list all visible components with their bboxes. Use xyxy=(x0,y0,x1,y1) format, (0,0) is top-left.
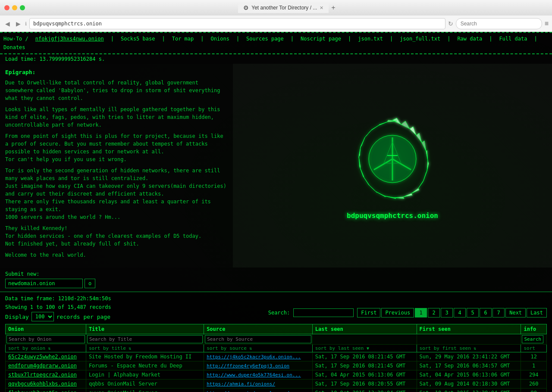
nav-sep4: | xyxy=(233,34,243,43)
nav-raw[interactable]: Raw data xyxy=(454,34,486,43)
onion-link[interactable]: stbux7lrtpegcra2.onion xyxy=(8,372,77,378)
previous-page-button[interactable]: Previous xyxy=(381,308,414,317)
cell-first-seen: Sat, 10 Oct 2015 13:29:04 GMT xyxy=(417,389,521,392)
nav-tormap[interactable]: Tor map xyxy=(169,34,198,43)
back-button[interactable]: ◀ xyxy=(3,19,12,29)
traffic-lights xyxy=(4,5,25,10)
page-6-button[interactable]: 6 xyxy=(480,308,492,317)
nav-howto-link[interactable]: nfokjgfj3hxs4nwu.onion xyxy=(32,34,107,43)
nav-sep10: | xyxy=(530,34,540,43)
maximize-button[interactable] xyxy=(20,5,25,10)
page-5-button[interactable]: 5 xyxy=(467,308,479,317)
cell-first-seen: Sat, 09 Aug 2014 02:18:30 GMT xyxy=(417,380,521,389)
nav-sep2: | xyxy=(158,34,168,43)
col-first-seen[interactable]: First seen xyxy=(417,324,521,334)
source-link[interactable]: http://ffzone4ry6efpqj3.onion xyxy=(207,363,289,369)
tab-close-icon[interactable]: ✕ xyxy=(320,5,323,11)
sort-first-seen-arrows: ⇅ xyxy=(474,346,476,351)
cell-source: https://j4ko5c2kacr3pu6x.onion... xyxy=(204,352,313,361)
cell-last-seen: Sat, 17 Sep 2016 08:21:45 GMT xyxy=(312,361,417,370)
right-panel: bdpuqvsqmphctrcs.onion xyxy=(233,64,552,268)
page-3-button[interactable]: 3 xyxy=(441,308,453,317)
source-link[interactable]: http://www.duper4o5k7764esi.on... xyxy=(207,372,301,378)
epigraph-content: Due to Orwell-like total control of real… xyxy=(5,79,228,259)
nav-donates[interactable]: Donates xyxy=(0,43,29,52)
nav-onions[interactable]: Onions xyxy=(207,34,233,43)
sort-title-label[interactable]: sort by title xyxy=(89,345,126,351)
nav-socks5[interactable]: Socks5 base xyxy=(117,34,158,43)
title-bar: ⚙ Yet another Tor Directory / ... ✕ + xyxy=(0,0,552,16)
nav-json-txt[interactable]: json.txt xyxy=(354,34,386,43)
records-per-page-select[interactable]: 100 50 25 200 xyxy=(31,312,54,321)
cell-info: 12 xyxy=(521,352,547,361)
col-onion[interactable]: Onion xyxy=(6,324,86,334)
source-link[interactable]: https://encrypted.google.com/s... xyxy=(207,390,301,392)
col-title[interactable]: Title xyxy=(86,324,204,334)
sort-first-seen-label[interactable]: sort by first seen xyxy=(420,345,471,351)
onion-link[interactable]: flnbsyygh3vget5p.onion xyxy=(8,390,77,392)
sort-info-label[interactable]: sort xyxy=(524,345,535,351)
nav-full[interactable]: Full data xyxy=(496,34,530,43)
cell-onion: flnbsyygh3vget5p.onion xyxy=(6,389,86,392)
new-tab-button[interactable]: + xyxy=(329,3,338,12)
display-row: Display 100 50 25 200 records per page xyxy=(5,312,111,321)
sort-source-arrows: ⇅ xyxy=(249,346,252,351)
col-last-seen[interactable]: Last seen xyxy=(312,324,417,334)
next-page-button[interactable]: Next xyxy=(505,308,526,317)
nav-howto[interactable]: How-To / xyxy=(0,34,32,43)
url-field[interactable]: bdpuqvsqmphctrcs.onion xyxy=(29,18,445,29)
search-source-input[interactable] xyxy=(205,335,311,343)
forward-button[interactable]: ▶ xyxy=(14,19,22,29)
menu-button[interactable]: ≡ xyxy=(545,20,549,28)
browser-search-input[interactable] xyxy=(456,18,542,29)
search-onion-input[interactable] xyxy=(6,335,85,343)
source-link[interactable]: https://ahmia.fi/onions/ xyxy=(207,381,275,387)
epigraph-paragraph: They killed Kennedy!Tor hidden services … xyxy=(5,224,228,248)
page-4-button[interactable]: 4 xyxy=(454,308,466,317)
last-page-button[interactable]: Last xyxy=(527,308,547,317)
table-search-button[interactable]: Search xyxy=(522,335,543,343)
records-info: Showing 1 to 100 of 15,487 records xyxy=(5,304,111,310)
submit-domain-input[interactable] xyxy=(5,279,83,288)
nav-sep3: | xyxy=(197,34,207,43)
active-tab[interactable]: ⚙ Yet another Tor Directory / ... ✕ xyxy=(238,3,329,13)
cell-info: 90 xyxy=(521,389,547,392)
nav-noscript[interactable]: Noscript page xyxy=(297,34,345,43)
submit-button[interactable]: o xyxy=(85,279,95,288)
table-search-row: Search xyxy=(6,334,547,345)
cell-first-seen: Sun, 29 May 2016 23:41:22 GMT xyxy=(417,352,521,361)
site-domain: bdpuqvsqmphctrcs.onion xyxy=(347,212,438,220)
page-2-button[interactable]: 2 xyxy=(428,308,440,317)
first-page-button[interactable]: First xyxy=(357,308,380,317)
sort-last-seen-label[interactable]: sort by last seen xyxy=(315,345,364,351)
reload-button[interactable]: ↻ xyxy=(448,20,453,27)
nav-sep6: | xyxy=(345,34,354,43)
tab-title: Yet another Tor Directory / ... xyxy=(251,5,317,11)
sort-source-label[interactable]: sort by source xyxy=(207,345,247,351)
nav-sources[interactable]: Sources page xyxy=(243,34,287,43)
minimize-button[interactable] xyxy=(12,5,17,10)
cell-last-seen: Sat, 10 Oct 2015 13:29:04 GMT xyxy=(312,389,417,392)
nav-sep8: | xyxy=(444,34,454,43)
search-title-input[interactable] xyxy=(87,335,203,343)
source-link[interactable]: https://j4ko5c2kacr3pu6x.onion... xyxy=(207,354,301,360)
onion-link[interactable]: 65c2z4uwyz5wwhe2.onion xyxy=(8,354,77,360)
page-1-button[interactable]: 1 xyxy=(415,308,427,317)
onion-link[interactable]: qqvbgcu6kohblxbs.onion xyxy=(8,381,77,387)
sort-last-seen-arrows: ▼ xyxy=(367,346,369,351)
close-button[interactable] xyxy=(4,5,9,10)
epigraph-paragraph: Tor is only the second generation of hid… xyxy=(5,167,228,221)
search-input[interactable] xyxy=(293,308,354,317)
table-row: 65c2z4uwyz5wwhe2.onion Site Hosted by Fr… xyxy=(6,352,547,361)
page-7-button[interactable]: 7 xyxy=(492,308,505,317)
nav-json-full[interactable]: json_full.txt xyxy=(396,34,444,43)
search-onion-cell xyxy=(6,334,86,345)
cell-source: https://encrypted.google.com/s... xyxy=(204,389,313,392)
sort-onion-label[interactable]: sort by onion xyxy=(8,345,45,351)
epigraph-paragraph: Welcome to the real world. xyxy=(5,251,228,259)
onion-link[interactable]: endforum4gdprarw.onion xyxy=(8,363,77,369)
cell-onion: 65c2z4uwyz5wwhe2.onion xyxy=(6,352,86,361)
col-source[interactable]: Source xyxy=(204,324,313,334)
epigraph-paragraph: Due to Orwell-like total control of real… xyxy=(5,79,228,102)
data-table: Onion Title Source Last seen First seen … xyxy=(5,324,547,392)
